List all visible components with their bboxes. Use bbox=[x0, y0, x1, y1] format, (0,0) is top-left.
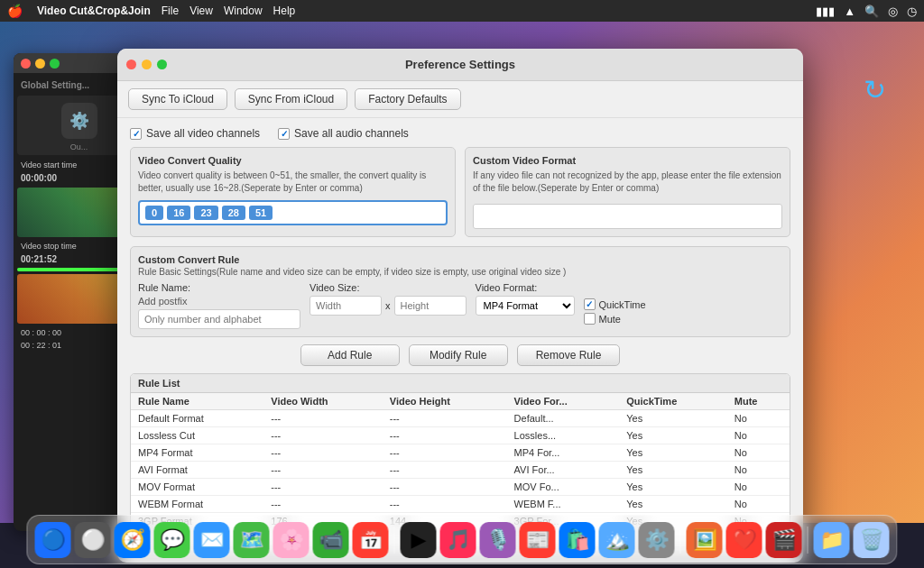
desktop: ↻ Global Setting... ⚙️ Ou... Video start… bbox=[0, 22, 924, 523]
dock-health[interactable]: ❤️ bbox=[726, 522, 762, 558]
rule-action-buttons: Add Rule Modify Rule Remove Rule bbox=[130, 344, 790, 366]
quicktime-checkbox[interactable] bbox=[584, 298, 596, 310]
width-input[interactable] bbox=[310, 296, 382, 316]
custom-video-format-input[interactable] bbox=[473, 204, 782, 229]
factory-defaults-button[interactable]: Factory Defaults bbox=[355, 88, 460, 110]
siri-icon[interactable]: ◎ bbox=[888, 5, 898, 18]
dock-facetime[interactable]: 📹 bbox=[313, 522, 349, 558]
dock-preview[interactable]: 🖼️ bbox=[687, 522, 723, 558]
pref-minimize-button[interactable] bbox=[142, 60, 152, 69]
dock-settings[interactable]: ⚙️ bbox=[639, 522, 675, 558]
save-video-checkbox[interactable] bbox=[130, 128, 142, 140]
table-row[interactable]: Default Format------Default...YesNo bbox=[131, 410, 790, 427]
battery-icon: ▮▮▮ bbox=[816, 5, 835, 18]
rule-name-input[interactable] bbox=[138, 309, 300, 329]
height-input[interactable] bbox=[394, 296, 467, 316]
table-cell: Yes bbox=[619, 444, 727, 462]
dock-trash[interactable]: 🗑️ bbox=[854, 522, 890, 558]
save-audio-checkbox-label[interactable]: Save all audio channels bbox=[278, 127, 409, 140]
dock-maps2[interactable]: 🏔️ bbox=[599, 522, 635, 558]
dock-safari[interactable]: 🧭 bbox=[115, 522, 151, 558]
quality-tag-23: 23 bbox=[194, 206, 217, 220]
pref-content: Save all video channels Save all audio c… bbox=[117, 118, 803, 556]
table-row[interactable]: Lossless Cut------Lossles...YesNo bbox=[131, 427, 790, 444]
search-icon[interactable]: 🔍 bbox=[864, 5, 879, 18]
window-menu[interactable]: Window bbox=[224, 5, 263, 17]
custom-convert-rule-title: Custom Convert Rule bbox=[138, 254, 782, 265]
dock-maps[interactable]: 🗺️ bbox=[234, 522, 270, 558]
dock-finder[interactable]: 🔵 bbox=[35, 522, 71, 558]
table-cell: Default Format bbox=[131, 410, 263, 427]
table-cell: Lossles... bbox=[507, 427, 620, 444]
view-menu[interactable]: View bbox=[189, 5, 213, 17]
sync-from-icloud-button[interactable]: Sync From iCloud bbox=[235, 88, 347, 110]
video-quality-title: Video Convert Quality bbox=[138, 155, 448, 166]
pref-close-button[interactable] bbox=[126, 60, 136, 69]
preference-settings-dialog: Preference Settings Sync To iCloud Sync … bbox=[117, 49, 803, 563]
table-cell: --- bbox=[383, 462, 507, 479]
table-cell: MOV Fo... bbox=[507, 479, 620, 496]
dock-podcasts[interactable]: 🎙️ bbox=[480, 522, 516, 558]
custom-video-format-desc: If any video file can not recognized by … bbox=[473, 169, 782, 195]
apple-menu[interactable]: 🍎 bbox=[7, 4, 23, 18]
sync-icon-desktop: ↻ bbox=[852, 67, 897, 112]
table-cell: No bbox=[727, 496, 790, 513]
maximize-button[interactable] bbox=[50, 59, 60, 69]
dock-launchpad[interactable]: ⚪ bbox=[75, 522, 111, 558]
modify-rule-button[interactable]: Modify Rule bbox=[409, 344, 508, 366]
table-cell: --- bbox=[263, 410, 383, 427]
help-menu[interactable]: Help bbox=[273, 5, 296, 17]
table-cell: WEBM F... bbox=[507, 496, 620, 513]
table-cell: --- bbox=[263, 444, 383, 462]
save-audio-checkbox[interactable] bbox=[278, 128, 290, 140]
table-cell: --- bbox=[263, 479, 383, 496]
dock-photos[interactable]: 🌸 bbox=[273, 522, 310, 558]
custom-video-format-title: Custom Video Format bbox=[473, 155, 782, 166]
table-cell: --- bbox=[263, 427, 383, 444]
minimize-button[interactable] bbox=[35, 59, 45, 69]
gear-icon[interactable]: ⚙️ bbox=[61, 103, 97, 139]
add-rule-button[interactable]: Add Rule bbox=[300, 344, 400, 366]
app-menu-name[interactable]: Video Cut&Crop&Join bbox=[37, 5, 151, 17]
mute-checkbox-label[interactable]: Mute bbox=[584, 313, 646, 325]
table-cell: Yes bbox=[619, 427, 727, 444]
table-cell: Yes bbox=[619, 496, 727, 513]
quicktime-checkbox-label[interactable]: QuickTime bbox=[584, 298, 646, 310]
video-format-select[interactable]: MP4 Format bbox=[476, 296, 575, 316]
table-row[interactable]: AVI Format------AVI For...YesNo bbox=[131, 462, 790, 479]
pref-traffic-lights bbox=[126, 60, 167, 69]
mute-checkbox[interactable] bbox=[584, 313, 596, 325]
dock-separator-2 bbox=[680, 527, 681, 554]
dock-messages[interactable]: 💬 bbox=[154, 522, 190, 558]
dock-music[interactable]: 🎵 bbox=[440, 522, 476, 558]
size-row: x bbox=[310, 296, 467, 316]
dock-video-app[interactable]: 🎬 bbox=[766, 522, 802, 558]
remove-rule-button[interactable]: Remove Rule bbox=[517, 344, 621, 366]
dock-news[interactable]: 📰 bbox=[520, 522, 556, 558]
col-rule-name: Rule Name bbox=[131, 393, 263, 410]
quality-input-box[interactable]: 0 16 23 28 51 bbox=[138, 200, 448, 225]
video-size-group: Video Size: x bbox=[310, 282, 467, 316]
table-header-row: Rule Name Video Width Video Height Video… bbox=[131, 393, 790, 410]
dock-folder[interactable]: 📁 bbox=[814, 522, 850, 558]
table-row[interactable]: WEBM Format------WEBM F...YesNo bbox=[131, 496, 790, 513]
close-button[interactable] bbox=[21, 59, 31, 69]
save-video-checkbox-label[interactable]: Save all video channels bbox=[130, 127, 260, 140]
rule-name-group: Rule Name: Add postfix bbox=[138, 282, 300, 329]
col-video-width: Video Width bbox=[263, 393, 383, 410]
dock-appstore[interactable]: 🛍️ bbox=[559, 522, 596, 558]
file-menu[interactable]: File bbox=[162, 5, 179, 17]
pref-maximize-button[interactable] bbox=[157, 60, 167, 69]
table-cell: --- bbox=[383, 479, 507, 496]
dock: 🔵 ⚪ 🧭 💬 ✉️ 🗺️ 🌸 📹 📅 ▶ 🎵 🎙️ 📰 🛍️ 🏔️ ⚙️ 🖼️… bbox=[27, 515, 898, 564]
dock-mail[interactable]: ✉️ bbox=[194, 522, 230, 558]
table-cell: Yes bbox=[619, 462, 727, 479]
dock-music-app[interactable]: ▶ bbox=[401, 522, 437, 558]
sync-to-icloud-button[interactable]: Sync To iCloud bbox=[128, 88, 227, 110]
table-row[interactable]: MOV Format------MOV Fo...YesNo bbox=[131, 479, 790, 496]
quality-tag-28: 28 bbox=[222, 206, 245, 220]
dock-calendar[interactable]: 📅 bbox=[353, 522, 389, 558]
pref-titlebar: Preference Settings bbox=[117, 49, 803, 81]
table-row[interactable]: MP4 Format------MP4 For...YesNo bbox=[131, 444, 790, 462]
table-cell: Default... bbox=[507, 410, 620, 427]
